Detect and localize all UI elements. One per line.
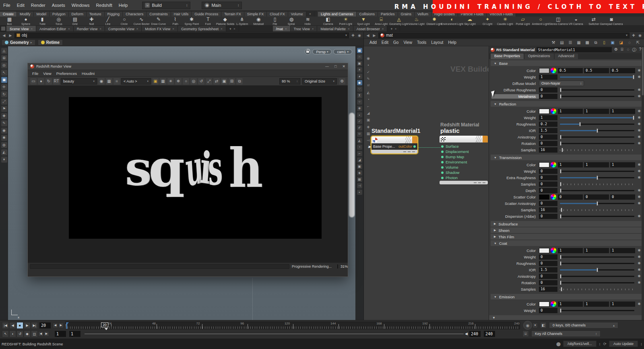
show-points-icon[interactable]: ⁙ [357, 54, 362, 60]
window-title-bar[interactable]: Redshift Render View — □ ✕ [28, 63, 348, 70]
shelf-tab[interactable]: Hair Utils [171, 12, 192, 17]
shelf-tab[interactable]: + [306, 12, 314, 17]
clamp-button[interactable]: [¦] [31, 330, 38, 337]
param-slider[interactable] [560, 87, 634, 93]
color-b-field[interactable]: 1 [610, 302, 635, 307]
param-value-field[interactable]: 0 [539, 94, 557, 99]
param-value-field[interactable]: 0 [539, 188, 557, 193]
shelf-tool[interactable]: ✱ Spray Paint [184, 17, 200, 26]
expand-icon[interactable]: ⤢ [206, 78, 212, 85]
shelf-tool[interactable]: T Font [200, 17, 216, 26]
gear-icon[interactable]: ✱ [636, 281, 642, 285]
close-icon[interactable]: × [285, 27, 287, 31]
close-icon[interactable]: × [172, 27, 174, 31]
param-slider[interactable] [560, 182, 634, 187]
node-input-label[interactable]: Base Prope... [373, 145, 395, 149]
check-icon[interactable]: ✓ [366, 70, 371, 75]
slider-handle[interactable] [633, 75, 634, 79]
parameter-scrollbar[interactable] [642, 46, 644, 320]
menu-item[interactable]: Houdini [80, 71, 97, 76]
scoped-channels-button[interactable]: ⌸ [522, 330, 529, 337]
stepper-icon[interactable]: ↕ [599, 342, 601, 346]
fill-icon[interactable]: ◔ [366, 97, 371, 102]
jump-end-button[interactable]: ▶| [31, 322, 38, 329]
zoom-field[interactable]: 80 %↕ [279, 78, 300, 85]
snap-grid-icon[interactable]: ⊞ [1, 55, 7, 61]
close-icon[interactable]: × [136, 27, 138, 31]
gear-icon[interactable]: ✱ [636, 268, 642, 272]
gear-icon[interactable]: ✱ [636, 248, 642, 252]
playhead-marker[interactable]: 20 [101, 322, 108, 327]
shelf-tab[interactable]: Constraints [147, 12, 171, 17]
node-input[interactable]: Shadow [441, 170, 488, 175]
shelf-tool[interactable]: ▮ Tube [35, 17, 50, 26]
color-g-field[interactable]: 1 [584, 109, 609, 114]
close-icon[interactable]: × [68, 27, 70, 31]
close-icon[interactable]: × [221, 27, 223, 31]
cells-icon[interactable]: ▦ [366, 131, 371, 136]
corner-icon[interactable]: ⌐ [357, 151, 362, 156]
shelf-tool[interactable]: ≋ Helix [300, 17, 316, 26]
shelf-tool[interactable]: ◆ Platonic Solids [217, 17, 233, 26]
shelf-tool[interactable]: ▯ File [267, 17, 283, 26]
image-add-icon[interactable]: ⊞ [229, 78, 235, 85]
param-slider[interactable] [560, 122, 634, 127]
slider-handle[interactable] [597, 201, 598, 206]
handles-icon[interactable]: ✚ [1, 113, 7, 119]
pane-tab[interactable]: Geometry Spreadsheet× [178, 26, 226, 31]
note-icon[interactable]: ▯ [601, 40, 607, 45]
param-value-field[interactable]: 0 [539, 175, 557, 180]
shelf-tool[interactable]: ♨ Volume Light [408, 17, 425, 26]
section-header[interactable]: Coat [491, 240, 643, 246]
close-icon[interactable]: × [99, 27, 101, 31]
param-value-field[interactable]: 0 [539, 182, 557, 187]
next-frame-button[interactable]: ▶ [58, 323, 64, 328]
shelf-tool[interactable]: ◐ Environment Light [444, 17, 460, 26]
node-standardmaterial1[interactable]: ▶ Base Prope... outColor [371, 136, 418, 154]
wrench-icon[interactable]: ⚒ [551, 40, 556, 45]
param-value-field[interactable]: 1 [539, 115, 557, 120]
color-b-field[interactable]: 1 [610, 248, 635, 253]
menu-item[interactable]: File [30, 71, 40, 76]
param-slider[interactable] [560, 128, 634, 133]
scrollbar-thumb[interactable] [642, 47, 644, 95]
slider-handle[interactable] [560, 308, 561, 313]
menu-item[interactable]: Redshift [93, 0, 115, 10]
color-wheel-icon[interactable] [551, 162, 556, 167]
color-g-field[interactable]: 1 [584, 162, 609, 167]
pane-tab[interactable]: Tree View× [291, 26, 318, 31]
shelf-tool[interactable]: ✹ Distant Light [426, 17, 443, 26]
shelf-tab[interactable]: Grains [398, 12, 415, 17]
color-r-field[interactable]: 0.5 [558, 68, 583, 73]
shelf-tool[interactable]: ✎ Draw Curve [151, 17, 167, 26]
jump-start-button[interactable]: |◀ [2, 322, 9, 329]
node-input[interactable]: Bump Map [441, 155, 488, 159]
tiles-icon[interactable]: ▦ [160, 78, 166, 85]
input-dot[interactable] [441, 156, 444, 158]
sprite-icon[interactable]: ❋ [357, 106, 362, 111]
param-slider[interactable] [560, 175, 634, 180]
gear-icon[interactable]: ✱ [636, 188, 642, 192]
gear-icon[interactable]: ✱ [636, 163, 642, 167]
pane-tab[interactable]: Asset Browser× [353, 26, 388, 31]
size-mode-dropdown[interactable]: Original Size▾ [302, 78, 337, 85]
slider-handle[interactable] [560, 274, 561, 279]
stop-icon[interactable]: ▪ [357, 190, 362, 195]
clip-icon[interactable]: ⊣ [366, 138, 371, 143]
node-plastic[interactable]: Surface Displacement Bump Map En [440, 136, 488, 184]
node-output-label[interactable]: outColor [398, 145, 412, 149]
gear-icon[interactable]: ✱ [636, 88, 642, 92]
node-input[interactable]: Photon [441, 176, 488, 180]
slider-handle[interactable] [560, 94, 561, 99]
shelf-tool[interactable]: ✳ Caustic Light [497, 17, 514, 26]
photo-icon[interactable]: ▣ [366, 118, 371, 123]
param-value-field[interactable]: 16 [539, 287, 557, 292]
image-icon[interactable]: ▣ [221, 78, 227, 85]
shelf-tab[interactable]: Rigging [105, 12, 123, 17]
shelf-tab[interactable]: Simple FX [244, 12, 267, 17]
color-b-field[interactable]: 0 [610, 194, 635, 200]
grid-alt-icon[interactable]: ▩ [584, 40, 590, 45]
param-value-field[interactable]: 0 [539, 280, 557, 285]
shelf-tool[interactable]: ◫ Stereo Camera [550, 17, 567, 26]
scale-icon[interactable]: ⤢ [1, 99, 7, 105]
